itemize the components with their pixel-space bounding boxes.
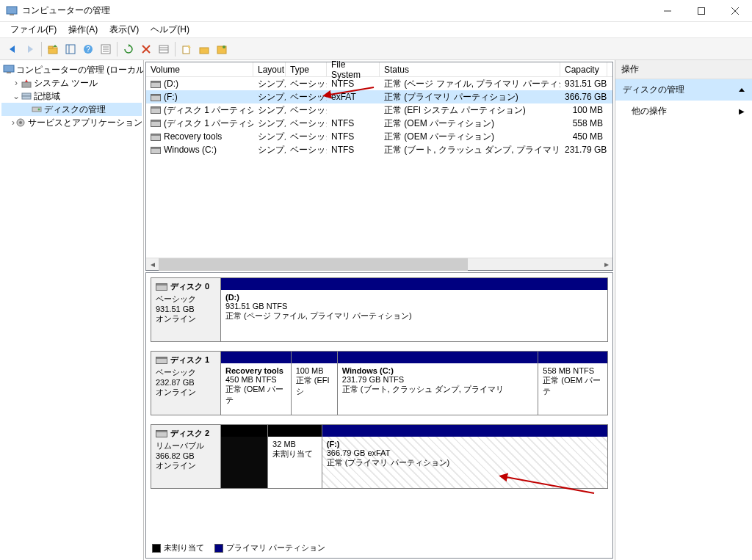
disk-icon (156, 283, 167, 291)
computer-icon (3, 64, 15, 76)
settings-button[interactable] (214, 41, 230, 57)
disk-icon (156, 357, 167, 364)
disk-header[interactable]: ディスク 2リムーバブル366.82 GBオンライン (151, 424, 221, 489)
svg-rect-22 (159, 46, 168, 53)
back-button[interactable] (4, 41, 21, 57)
volume-icon (151, 81, 161, 88)
tree-services[interactable]: › サービスとアプリケーション (1, 116, 142, 129)
chevron-right-icon: ▶ (739, 107, 745, 115)
volume-row[interactable]: (ディスク 1 パーティション 2)シンプルベーシック正常 (EFI システム … (146, 103, 612, 117)
volume-row[interactable]: Recovery toolsシンプルベーシックNTFS正常 (OEM パーティシ… (146, 130, 612, 143)
volume-icon (151, 94, 161, 101)
title-bar: コンピューターの管理 (0, 0, 752, 22)
show-hide-button[interactable] (62, 41, 79, 57)
col-layout[interactable]: Layout (253, 62, 286, 76)
minimize-button[interactable] (651, 0, 684, 22)
list-button[interactable] (156, 41, 172, 57)
up-button[interactable] (45, 41, 61, 57)
open-button[interactable] (196, 41, 212, 57)
properties-button[interactable] (98, 41, 114, 57)
volume-list: Volume Layout Type File System Status Ca… (145, 62, 613, 271)
scroll-right-icon[interactable]: ▸ (600, 258, 612, 271)
expand-icon[interactable]: › (12, 78, 21, 88)
partition[interactable]: Recovery tools450 MB NTFS正常 (OEM パーテ (221, 352, 291, 415)
refresh-button[interactable] (120, 41, 137, 57)
col-type[interactable]: Type (286, 62, 327, 76)
center-pane: Volume Layout Type File System Status Ca… (144, 60, 615, 560)
partition[interactable]: 100 MB正常 (EFI シ (291, 352, 337, 415)
svg-rect-1 (10, 14, 14, 15)
action-disk-management[interactable]: ディスクの管理 (615, 79, 752, 101)
col-volume[interactable]: Volume (146, 62, 253, 76)
legend: 未割り当て プライマリ パーティション (152, 542, 325, 553)
svg-rect-3 (698, 7, 705, 14)
svg-marker-7 (28, 46, 33, 53)
partition[interactable]: 32 MB未割り当て (267, 425, 322, 488)
volume-icon (151, 134, 161, 141)
scroll-left-icon[interactable]: ◂ (146, 258, 159, 271)
svg-marker-26 (188, 45, 191, 48)
partition[interactable]: 558 MB NTFS正常 (OEM パーテ (538, 352, 607, 415)
col-capacity[interactable]: Capacity (560, 62, 607, 76)
disk-row: ディスク 0ベーシック931.51 GBオンライン(D:)931.51 GB N… (151, 277, 608, 342)
maximize-button[interactable] (684, 0, 718, 22)
forward-button[interactable] (22, 41, 38, 57)
tree-pane: コンピューターの管理 (ローカル) › システム ツール ⌄ 記憶域 ディスクの… (0, 60, 144, 560)
svg-rect-31 (7, 72, 11, 73)
help-button[interactable]: ? (80, 41, 96, 57)
disk-header[interactable]: ディスク 1ベーシック232.87 GBオンライン (151, 351, 221, 415)
menu-file[interactable]: ファイル(F) (4, 22, 62, 37)
menu-view[interactable]: 表示(V) (104, 22, 145, 37)
disk-mgmt-icon (31, 103, 43, 115)
close-button[interactable] (718, 0, 752, 22)
tools-icon (21, 77, 32, 89)
delete-button[interactable] (138, 41, 154, 57)
window-title: コンピューターの管理 (22, 4, 651, 17)
tree-system-tools[interactable]: › システム ツール (1, 76, 142, 90)
legend-swatch-primary (214, 544, 223, 553)
col-filesystem[interactable]: File System (327, 62, 380, 76)
svg-rect-11 (66, 45, 75, 54)
actions-pane: 操作 ディスクの管理 他の操作 ▶ (615, 60, 752, 560)
svg-point-36 (38, 109, 40, 111)
svg-rect-33 (22, 93, 31, 96)
collapse-icon[interactable]: ⌄ (12, 91, 21, 101)
toolbar: ? (0, 38, 752, 60)
horizontal-scrollbar[interactable]: ◂ ▸ (146, 258, 612, 270)
partition[interactable]: (F:)366.79 GB exFAT正常 (プライマリ パーティション) (322, 425, 607, 488)
services-icon (15, 117, 26, 128)
actions-header: 操作 (615, 60, 752, 79)
volume-icon (151, 106, 161, 114)
menu-help[interactable]: ヘルプ(H) (145, 22, 195, 37)
partition[interactable] (221, 425, 267, 488)
partition[interactable]: (D:)931.51 GB NTFS正常 (ページ ファイル, プライマリ パー… (221, 278, 607, 341)
tree-storage[interactable]: ⌄ 記憶域 (1, 90, 142, 103)
svg-rect-34 (22, 96, 31, 99)
svg-rect-0 (7, 7, 17, 14)
volume-row[interactable]: (D:)シンプルベーシックNTFS正常 (ページ ファイル, プライマリ パーテ… (146, 77, 612, 90)
svg-point-38 (19, 121, 22, 124)
volume-icon (151, 120, 161, 127)
volume-row[interactable]: (ディスク 1 パーティション 5)シンプルベーシックNTFS正常 (OEM パ… (146, 117, 612, 130)
svg-rect-32 (22, 82, 31, 87)
col-status[interactable]: Status (380, 62, 560, 76)
menu-bar: ファイル(F) 操作(A) 表示(V) ヘルプ(H) (0, 22, 752, 38)
storage-icon (21, 90, 32, 102)
volume-row[interactable]: (F:)シンプルベーシックexFAT正常 (プライマリ パーティション)366.… (146, 90, 612, 103)
svg-marker-10 (53, 45, 57, 47)
disk-row: ディスク 1ベーシック232.87 GBオンラインRecovery tools4… (151, 351, 608, 415)
tree-disk-management[interactable]: ディスクの管理 (1, 103, 142, 116)
action-other[interactable]: 他の操作 ▶ (615, 101, 752, 122)
volume-row[interactable]: Windows (C:)シンプルベーシックNTFS正常 (ブート, クラッシュ … (146, 143, 612, 156)
new-button[interactable] (178, 41, 195, 57)
menu-action[interactable]: 操作(A) (62, 22, 104, 37)
svg-marker-6 (10, 46, 15, 53)
disk-partitions: 32 MB未割り当て(F:)366.79 GB exFAT正常 (プライマリ パ… (221, 424, 608, 489)
app-icon (6, 5, 18, 17)
partition[interactable]: Windows (C:)231.79 GB NTFS正常 (ブート, クラッシュ… (337, 352, 538, 415)
tree-root[interactable]: コンピューターの管理 (ローカル) (1, 63, 142, 76)
disk-row: ディスク 2リムーバブル366.82 GBオンライン32 MB未割り当て(F:)… (151, 424, 608, 489)
disk-header[interactable]: ディスク 0ベーシック931.51 GBオンライン (151, 277, 221, 342)
svg-rect-9 (48, 46, 53, 48)
volume-list-header: Volume Layout Type File System Status Ca… (146, 62, 612, 77)
